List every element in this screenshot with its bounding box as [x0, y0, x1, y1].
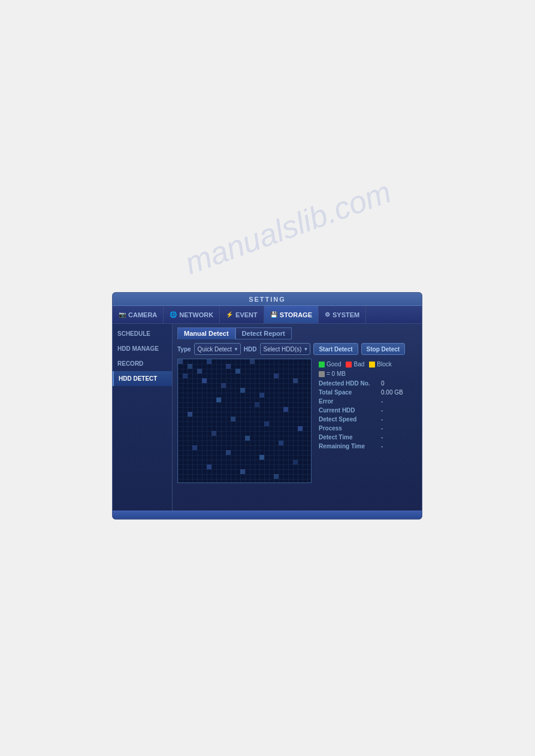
info-row-detect-time: Detect Time -	[319, 434, 417, 441]
system-icon: ⚙	[325, 311, 330, 318]
svg-rect-10	[221, 383, 226, 388]
svg-rect-5	[226, 364, 231, 369]
svg-rect-21	[298, 426, 303, 431]
svg-rect-25	[192, 445, 197, 450]
svg-rect-24	[279, 441, 283, 445]
sidebar-item-record[interactable]: RECORD	[113, 356, 172, 371]
info-row-remaining-time: Remaining Time -	[319, 443, 417, 450]
tab-manual-detect[interactable]: Manual Detect	[177, 327, 235, 339]
storage-icon: 💾	[270, 311, 277, 318]
legend-good: Good	[319, 361, 341, 368]
detect-area: Good Bad Block	[177, 359, 417, 483]
svg-rect-4	[207, 359, 211, 364]
info-row-hdd-no: Detected HDD No. 0	[319, 380, 417, 387]
type-select-arrow: ▼	[234, 347, 238, 352]
info-row-detect-speed: Detect Speed -	[319, 416, 417, 423]
tab-system[interactable]: ⚙ SYSTEM	[319, 306, 366, 323]
svg-rect-2	[188, 364, 192, 369]
content-area: SCHEDULE HDD MANAGE RECORD HDD DETECT Ma…	[113, 324, 422, 519]
svg-rect-31	[274, 474, 279, 479]
tab-network[interactable]: 🌐 NETWORK	[164, 306, 220, 323]
svg-rect-11	[240, 388, 245, 393]
controls-row: Type Quick Detect ▼ HDD Select HDD(s) ▼ …	[177, 343, 417, 355]
legend-bad-dot	[346, 362, 352, 368]
type-select[interactable]: Quick Detect ▼	[194, 343, 241, 355]
legend-zero-dot	[319, 371, 325, 377]
svg-rect-23	[245, 436, 250, 441]
svg-rect-17	[283, 407, 288, 412]
svg-rect-3	[197, 369, 202, 374]
legend-row: Good Bad Block	[319, 361, 417, 368]
info-row-current-hdd: Current HDD -	[319, 407, 417, 414]
network-icon: 🌐	[170, 311, 177, 318]
title-bar: SETTING	[113, 293, 422, 306]
info-row-process: Process -	[319, 425, 417, 432]
stop-detect-button[interactable]: Stop Detect	[361, 343, 406, 355]
svg-rect-27	[259, 455, 264, 460]
svg-rect-8	[183, 374, 188, 378]
svg-rect-1	[178, 359, 183, 364]
sidebar-item-hdd-manage[interactable]: HDD MANAGE	[113, 341, 172, 356]
sidebar-item-schedule[interactable]: SCHEDULE	[113, 326, 172, 341]
svg-rect-19	[231, 417, 235, 421]
legend-block-dot	[369, 362, 375, 368]
svg-rect-0	[178, 359, 311, 482]
legend-bad: Bad	[346, 361, 364, 368]
svg-rect-29	[207, 464, 211, 469]
hdd-select-arrow: ▼	[304, 347, 309, 352]
tab-storage[interactable]: 💾 STORAGE	[264, 306, 319, 323]
hdd-label: HDD	[244, 346, 257, 353]
camera-icon: 📷	[119, 311, 126, 318]
info-row-total-space: Total Space 0.00 GB	[319, 389, 417, 396]
svg-rect-9	[202, 378, 207, 383]
tab-detect-report[interactable]: Detect Report	[235, 327, 292, 339]
main-window: SETTING 📷 CAMERA 🌐 NETWORK ⚡ EVENT 💾 STO…	[112, 292, 422, 520]
svg-rect-13	[274, 374, 279, 378]
legend-block: Block	[369, 361, 391, 368]
nav-tabs: 📷 CAMERA 🌐 NETWORK ⚡ EVENT 💾 STORAGE ⚙ S…	[113, 306, 422, 324]
svg-rect-18	[188, 412, 192, 417]
watermark: manualslib.com	[180, 174, 396, 281]
grid-panel	[177, 359, 312, 483]
svg-rect-15	[216, 397, 221, 402]
sidebar-item-hdd-detect[interactable]: HDD DETECT	[113, 371, 172, 386]
svg-rect-28	[293, 460, 298, 464]
grid-visualization	[178, 359, 311, 482]
type-label: Type	[177, 346, 191, 353]
svg-rect-14	[293, 378, 298, 383]
legend-good-dot	[319, 362, 325, 368]
info-row-error: Error -	[319, 398, 417, 405]
window-title: SETTING	[249, 296, 286, 303]
event-icon: ⚡	[226, 311, 233, 318]
hdd-select[interactable]: Select HDD(s) ▼	[260, 343, 311, 355]
svg-rect-22	[211, 431, 216, 436]
tab-camera[interactable]: 📷 CAMERA	[113, 306, 164, 323]
main-content: Manual Detect Detect Report Type Quick D…	[173, 324, 422, 519]
svg-rect-16	[255, 402, 259, 407]
svg-rect-6	[235, 369, 240, 374]
sidebar: SCHEDULE HDD MANAGE RECORD HDD DETECT	[113, 324, 173, 519]
tab-event[interactable]: ⚡ EVENT	[220, 306, 264, 323]
svg-rect-26	[226, 450, 231, 455]
svg-rect-30	[240, 469, 245, 474]
content-tabs: Manual Detect Detect Report	[177, 327, 417, 339]
svg-rect-7	[250, 359, 255, 364]
legend-zero-mb: = 0 MB	[319, 371, 346, 377]
start-detect-button[interactable]: Start Detect	[313, 343, 358, 355]
svg-rect-20	[264, 421, 269, 426]
info-panel: Good Bad Block	[316, 359, 417, 483]
bottom-bar	[113, 511, 422, 519]
svg-rect-12	[259, 393, 264, 397]
legend-row-2: = 0 MB	[319, 371, 417, 377]
